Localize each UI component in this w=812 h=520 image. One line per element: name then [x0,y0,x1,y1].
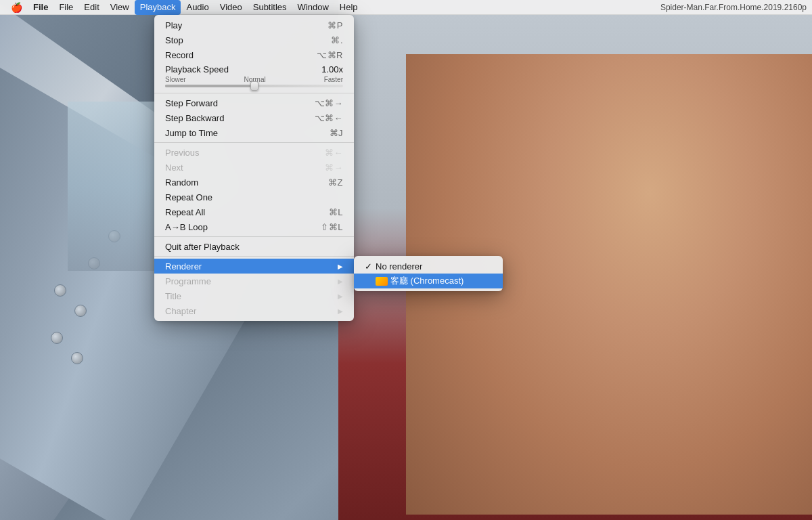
rivet-3 [51,332,63,344]
menu-item-jump-to-time[interactable]: Jump to Time ⌘J [154,125,354,140]
separator-1 [154,93,354,93]
renderer-arrow-icon: ▶ [338,263,343,270]
menu-item-step-backward[interactable]: Step Backward ⌥⌘← [154,110,354,125]
title-arrow-icon: ▶ [338,292,343,300]
playback-menu: Play ⌘P Stop ⌘. Record ⌥⌘R Playback Spee… [154,15,354,321]
speed-slider[interactable] [165,85,343,87]
chapter-arrow-icon: ▶ [338,307,343,315]
menu-item-renderer[interactable]: Renderer ▶ ✓ No renderer 客廳 (Chromecast) [154,259,354,274]
menu-item-repeat-all[interactable]: Repeat All ⌘L [154,204,354,219]
menubar-file[interactable]: File [53,0,78,15]
menu-item-play[interactable]: Play ⌘P [154,18,354,32]
menubar-audio[interactable]: Audio [181,0,214,15]
menu-item-previous[interactable]: Previous ⌘← [154,145,354,160]
menubar-right: Spider-Man.Far.From.Home.2019.2160p [660,3,807,12]
chromecast-icon [376,276,388,286]
submenu-item-no-renderer[interactable]: ✓ No renderer [354,259,503,274]
menu-item-chapter[interactable]: Chapter ▶ [154,303,354,318]
separator-2 [154,142,354,143]
menu-item-stop[interactable]: Stop ⌘. [154,32,354,47]
separator-4 [154,256,354,257]
menubar-window[interactable]: Window [292,0,334,15]
speed-slider-fill [165,85,254,87]
programme-arrow-icon: ▶ [338,278,343,285]
menubar: 🍎 File File Edit View Playback Audio Vid… [0,0,812,15]
rivet-2 [74,305,87,317]
menu-item-quit-after[interactable]: Quit after Playback [154,239,354,254]
submenu-item-chromecast[interactable]: 客廳 (Chromecast) [354,274,503,288]
separator-3 [154,236,354,237]
renderer-submenu: ✓ No renderer 客廳 (Chromecast) [354,256,503,291]
menubar-view[interactable]: View [105,0,135,15]
menu-item-title[interactable]: Title ▶ [154,288,354,303]
menu-item-programme[interactable]: Programme ▶ [154,274,354,288]
menu-item-record[interactable]: Record ⌥⌘R [154,47,354,62]
menu-item-repeat-one[interactable]: Repeat One [154,190,354,204]
rivet-4 [71,352,83,364]
menu-item-next[interactable]: Next ⌘→ [154,160,354,175]
menubar-help[interactable]: Help [334,0,363,15]
menu-item-step-forward[interactable]: Step Forward ⌥⌘→ [154,95,354,110]
rivet-1 [54,284,66,297]
menubar-edit[interactable]: Edit [78,0,104,15]
window-title-bar: Spider-Man.Far.From.Home.2019.2160p [660,3,807,12]
apple-menu-item[interactable]: 🍎 [5,0,28,15]
checkmark-icon: ✓ [365,261,376,272]
speed-slider-thumb[interactable] [250,81,258,91]
playback-speed-section: Playback Speed 1.00x Slower Normal Faste… [154,62,354,91]
menubar-playback[interactable]: Playback [135,0,181,15]
menu-item-random[interactable]: Random ⌘Z [154,175,354,190]
menubar-video[interactable]: Video [215,0,248,15]
menubar-subtitles[interactable]: Subtitles [248,0,292,15]
menubar-vlc[interactable]: File [28,0,53,15]
speed-header: Playback Speed 1.00x [165,64,343,74]
menu-item-ab-loop[interactable]: A→B Loop ⇧⌘L [154,219,354,234]
